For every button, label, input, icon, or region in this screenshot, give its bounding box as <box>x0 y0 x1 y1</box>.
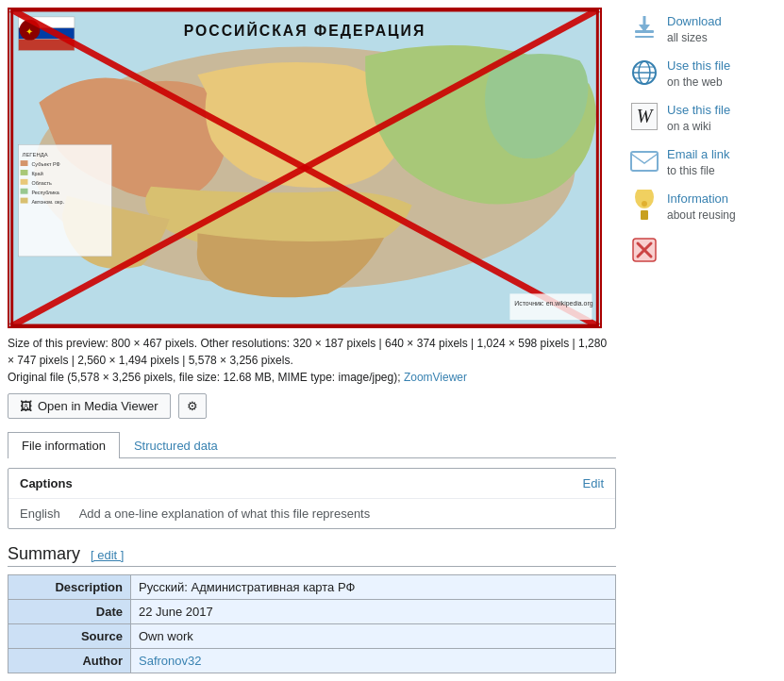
svg-text:Область: Область <box>31 180 51 186</box>
tab-structured-data[interactable]: Structured data <box>120 432 232 458</box>
info-reusing-label: Information <box>667 191 736 208</box>
info-icon <box>629 191 659 221</box>
svg-rect-3 <box>19 17 75 28</box>
use-file-web-sublabel: on the web <box>667 75 730 91</box>
captions-row: English Add a one-line explanation of wh… <box>8 499 615 528</box>
svg-rect-26 <box>635 36 654 38</box>
globe-icon <box>629 58 659 88</box>
table-row: Description Русский: Административная ка… <box>8 575 616 600</box>
svg-text:РОССИЙСКАЯ ФЕДЕРАЦИЯ: РОССИЙСКАЯ ФЕДЕРАЦИЯ <box>184 22 425 39</box>
settings-button[interactable]: ⚙ <box>178 393 207 419</box>
original-file-text: Original file (5,578 × 3,256 pixels, fil… <box>8 371 401 384</box>
download-text: Download all sizes <box>667 13 722 46</box>
download-sublabel: all sizes <box>667 30 722 46</box>
wiki-icon: W <box>629 102 659 132</box>
svg-rect-21 <box>21 189 28 194</box>
svg-rect-4 <box>19 28 75 40</box>
svg-rect-5 <box>19 40 75 51</box>
description-value: Русский: Административная карта РФ <box>131 575 616 600</box>
table-row: Author Safronov32 <box>8 649 616 673</box>
tab-file-information[interactable]: File information <box>8 432 120 458</box>
svg-line-9 <box>11 9 599 326</box>
error-item[interactable] <box>626 229 776 271</box>
info-reusing-text: Information about reusing <box>667 191 736 224</box>
summary-edit-link[interactable]: [ edit ] <box>91 548 124 562</box>
use-file-web-item[interactable]: Use this file on the web <box>626 52 776 96</box>
settings-icon: ⚙ <box>187 399 198 413</box>
svg-point-1 <box>34 47 575 290</box>
use-file-wiki-item[interactable]: W Use this file on a wiki <box>626 96 776 141</box>
svg-rect-19 <box>21 179 28 185</box>
download-label: Download <box>667 13 722 30</box>
captions-language: English <box>20 507 60 521</box>
svg-rect-15 <box>21 160 28 166</box>
svg-rect-17 <box>21 170 28 175</box>
svg-text:Источник: en.wikipedia.org: Источник: en.wikipedia.org <box>514 300 592 307</box>
svg-point-6 <box>20 20 41 41</box>
zoom-viewer-link[interactable]: ZoomViewer <box>404 371 467 384</box>
use-file-wiki-label: Use this file <box>667 102 730 119</box>
use-file-web-text: Use this file on the web <box>667 58 730 91</box>
source-value: Own work <box>131 624 616 649</box>
error-icon <box>629 235 659 265</box>
open-media-label: Open in Media Viewer <box>38 399 158 413</box>
date-label: Date <box>8 600 131 624</box>
summary-table: Description Русский: Административная ка… <box>8 574 616 673</box>
svg-rect-37 <box>641 210 648 220</box>
download-item[interactable]: Download all sizes <box>626 8 776 52</box>
svg-point-38 <box>642 201 647 207</box>
svg-text:Автоном. окр.: Автоном. окр. <box>31 199 64 205</box>
svg-text:✦: ✦ <box>25 26 33 37</box>
info-reusing-sublabel: about reusing <box>667 208 736 224</box>
right-panel: Download all sizes Use this file on the … <box>626 8 776 673</box>
author-link[interactable]: Safronov32 <box>139 654 202 668</box>
svg-rect-23 <box>21 198 28 204</box>
date-value: 22 June 2017 <box>131 600 616 624</box>
open-media-viewer-button[interactable]: 🖼 Open in Media Viewer <box>8 393 171 419</box>
email-link-label: Email a link <box>667 146 729 163</box>
tab-structured-data-label: Structured data <box>134 439 218 453</box>
summary-section: Summary [ edit ] Description Русский: Ад… <box>8 544 616 673</box>
svg-rect-13 <box>19 144 112 257</box>
email-link-item[interactable]: Email a link to this file <box>626 141 776 185</box>
email-link-text: Email a link to this file <box>667 146 729 179</box>
pixel-info: Size of this preview: 800 × 467 pixels. … <box>8 335 616 386</box>
table-row: Date 22 June 2017 <box>8 600 616 624</box>
author-label: Author <box>8 649 131 673</box>
description-label: Description <box>8 575 131 600</box>
source-label: Source <box>8 624 131 649</box>
action-buttons: 🖼 Open in Media Viewer ⚙ <box>8 393 616 419</box>
tabs-nav-container: File information Structured data <box>8 432 616 458</box>
svg-text:Субъект РФ: Субъект РФ <box>31 161 59 167</box>
email-icon <box>629 146 659 176</box>
author-value: Safronov32 <box>131 649 616 673</box>
use-file-wiki-sublabel: on a wiki <box>667 119 730 135</box>
email-link-sublabel: to this file <box>667 163 729 179</box>
svg-text:Край: Край <box>31 171 42 176</box>
captions-edit-link[interactable]: Edit <box>583 476 604 490</box>
info-reusing-item[interactable]: Information about reusing <box>626 185 776 229</box>
svg-text:Республика: Республика <box>31 190 59 195</box>
captions-placeholder-text: Add a one-line explanation of what this … <box>79 507 371 521</box>
download-icon <box>629 13 659 43</box>
svg-rect-10 <box>12 10 598 325</box>
svg-text:ЛЕГЕНДА: ЛЕГЕНДА <box>23 152 48 158</box>
size-info-text: Size of this preview: 800 × 467 pixels. … <box>8 337 607 367</box>
use-file-wiki-text: Use this file on a wiki <box>667 102 730 135</box>
map-image-container: РОССИЙСКАЯ ФЕДЕРАЦИЯ ✦ Источник: en.wiki… <box>8 8 602 328</box>
summary-heading: Summary [ edit ] <box>8 544 616 567</box>
use-file-web-label: Use this file <box>667 58 730 75</box>
svg-line-8 <box>11 9 599 326</box>
captions-title: Captions <box>20 476 73 490</box>
summary-title-text: Summary <box>8 544 80 563</box>
table-row: Source Own work <box>8 624 616 649</box>
file-info-section: Captions Edit English Add a one-line exp… <box>8 468 616 529</box>
svg-rect-0 <box>11 9 599 326</box>
svg-rect-35 <box>631 152 658 171</box>
svg-rect-11 <box>509 293 592 320</box>
tab-file-information-label: File information <box>22 439 106 453</box>
tabs-nav: File information Structured data <box>8 432 616 457</box>
media-viewer-icon: 🖼 <box>20 399 32 413</box>
captions-header: Captions Edit <box>8 469 615 499</box>
